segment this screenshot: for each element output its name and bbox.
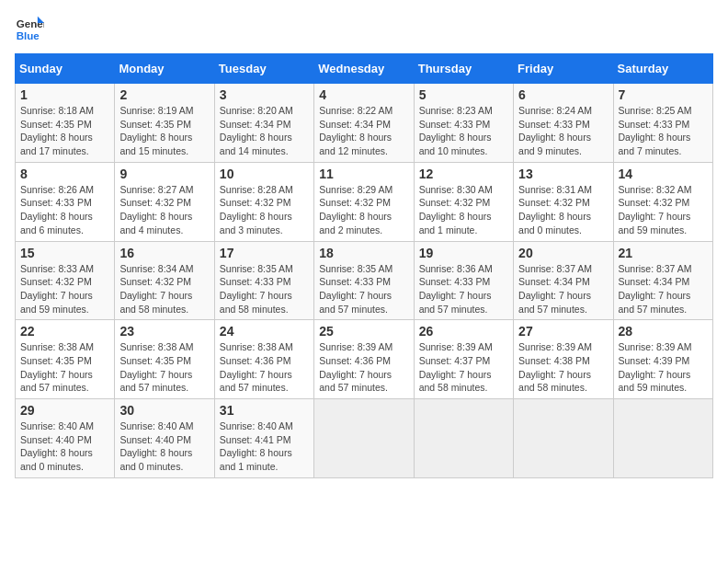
calendar-cell: 2 Sunrise: 8:19 AMSunset: 4:35 PMDayligh… — [115, 84, 214, 163]
calendar-cell: 14 Sunrise: 8:32 AMSunset: 4:32 PMDaylig… — [613, 162, 712, 241]
calendar-cell: 26 Sunrise: 8:39 AMSunset: 4:37 PMDaylig… — [414, 320, 513, 399]
calendar-cell: 18 Sunrise: 8:35 AMSunset: 4:33 PMDaylig… — [314, 241, 414, 320]
day-number: 8 — [20, 167, 109, 181]
calendar-cell: 25 Sunrise: 8:39 AMSunset: 4:36 PMDaylig… — [314, 320, 414, 399]
day-number: 20 — [518, 246, 608, 260]
calendar-cell: 19 Sunrise: 8:36 AMSunset: 4:33 PMDaylig… — [414, 241, 513, 320]
day-number: 22 — [20, 324, 109, 339]
day-number: 26 — [419, 324, 508, 339]
svg-text:Blue: Blue — [17, 30, 40, 41]
day-info: Sunrise: 8:31 AMSunset: 4:32 PMDaylight:… — [518, 183, 608, 237]
day-number: 9 — [119, 167, 209, 181]
calendar-cell: 7 Sunrise: 8:25 AMSunset: 4:33 PMDayligh… — [613, 84, 712, 163]
day-number: 5 — [419, 87, 508, 102]
day-number: 7 — [619, 87, 708, 102]
day-header-friday: Friday — [514, 54, 613, 84]
day-number: 29 — [20, 403, 109, 418]
day-info: Sunrise: 8:20 AMSunset: 4:34 PMDaylight:… — [220, 104, 309, 158]
day-info: Sunrise: 8:38 AMSunset: 4:35 PMDaylight:… — [20, 340, 109, 395]
calendar-cell: 17 Sunrise: 8:35 AMSunset: 4:33 PMDaylig… — [214, 241, 313, 320]
day-info: Sunrise: 8:38 AMSunset: 4:36 PMDaylight:… — [220, 340, 309, 395]
day-info: Sunrise: 8:33 AMSunset: 4:32 PMDaylight:… — [20, 262, 109, 316]
day-number: 28 — [619, 324, 708, 339]
day-info: Sunrise: 8:40 AMSunset: 4:41 PMDaylight:… — [220, 419, 309, 474]
day-info: Sunrise: 8:18 AMSunset: 4:35 PMDaylight:… — [20, 104, 109, 158]
calendar-header: SundayMondayTuesdayWednesdayThursdayFrid… — [16, 54, 713, 84]
day-info: Sunrise: 8:39 AMSunset: 4:39 PMDaylight:… — [619, 340, 708, 395]
day-number: 2 — [119, 87, 209, 102]
calendar-cell — [314, 399, 414, 478]
calendar-table: SundayMondayTuesdayWednesdayThursdayFrid… — [15, 53, 713, 478]
day-header-sunday: Sunday — [16, 54, 115, 84]
day-header-tuesday: Tuesday — [214, 54, 313, 84]
day-number: 21 — [619, 246, 708, 260]
calendar-cell: 22 Sunrise: 8:38 AMSunset: 4:35 PMDaylig… — [16, 320, 115, 399]
calendar-cell: 5 Sunrise: 8:23 AMSunset: 4:33 PMDayligh… — [414, 84, 513, 163]
calendar-week-2: 8 Sunrise: 8:26 AMSunset: 4:33 PMDayligh… — [16, 162, 713, 241]
day-info: Sunrise: 8:30 AMSunset: 4:32 PMDaylight:… — [419, 183, 508, 237]
day-header-wednesday: Wednesday — [314, 54, 414, 84]
day-number: 11 — [319, 167, 408, 181]
day-info: Sunrise: 8:37 AMSunset: 4:34 PMDaylight:… — [518, 262, 608, 316]
day-number: 30 — [119, 403, 209, 418]
day-info: Sunrise: 8:39 AMSunset: 4:37 PMDaylight:… — [419, 340, 508, 395]
day-number: 10 — [220, 167, 309, 181]
day-info: Sunrise: 8:35 AMSunset: 4:33 PMDaylight:… — [319, 262, 408, 316]
calendar-cell: 13 Sunrise: 8:31 AMSunset: 4:32 PMDaylig… — [514, 162, 613, 241]
day-number: 16 — [119, 246, 209, 260]
calendar-cell: 9 Sunrise: 8:27 AMSunset: 4:32 PMDayligh… — [115, 162, 214, 241]
calendar-cell — [514, 399, 613, 478]
calendar-cell: 3 Sunrise: 8:20 AMSunset: 4:34 PMDayligh… — [214, 84, 313, 163]
calendar-week-1: 1 Sunrise: 8:18 AMSunset: 4:35 PMDayligh… — [16, 84, 713, 163]
day-number: 3 — [220, 87, 309, 102]
day-info: Sunrise: 8:38 AMSunset: 4:35 PMDaylight:… — [119, 340, 209, 395]
day-header-saturday: Saturday — [613, 54, 712, 84]
day-number: 1 — [20, 87, 109, 102]
day-header-monday: Monday — [115, 54, 214, 84]
day-info: Sunrise: 8:22 AMSunset: 4:34 PMDaylight:… — [319, 104, 408, 158]
calendar-cell: 10 Sunrise: 8:28 AMSunset: 4:32 PMDaylig… — [214, 162, 313, 241]
calendar-week-3: 15 Sunrise: 8:33 AMSunset: 4:32 PMDaylig… — [16, 241, 713, 320]
calendar-cell — [414, 399, 513, 478]
calendar-cell: 12 Sunrise: 8:30 AMSunset: 4:32 PMDaylig… — [414, 162, 513, 241]
calendar-week-4: 22 Sunrise: 8:38 AMSunset: 4:35 PMDaylig… — [16, 320, 713, 399]
calendar-cell: 29 Sunrise: 8:40 AMSunset: 4:40 PMDaylig… — [16, 399, 115, 478]
day-info: Sunrise: 8:34 AMSunset: 4:32 PMDaylight:… — [119, 262, 209, 316]
day-number: 4 — [319, 87, 408, 102]
calendar-cell: 16 Sunrise: 8:34 AMSunset: 4:32 PMDaylig… — [115, 241, 214, 320]
day-info: Sunrise: 8:24 AMSunset: 4:33 PMDaylight:… — [518, 104, 608, 158]
calendar-cell: 6 Sunrise: 8:24 AMSunset: 4:33 PMDayligh… — [514, 84, 613, 163]
day-number: 23 — [119, 324, 209, 339]
day-info: Sunrise: 8:39 AMSunset: 4:36 PMDaylight:… — [319, 340, 408, 395]
day-info: Sunrise: 8:39 AMSunset: 4:38 PMDaylight:… — [518, 340, 608, 395]
calendar-cell: 30 Sunrise: 8:40 AMSunset: 4:40 PMDaylig… — [115, 399, 214, 478]
day-info: Sunrise: 8:37 AMSunset: 4:34 PMDaylight:… — [619, 262, 708, 316]
calendar-cell: 11 Sunrise: 8:29 AMSunset: 4:32 PMDaylig… — [314, 162, 414, 241]
calendar-cell: 1 Sunrise: 8:18 AMSunset: 4:35 PMDayligh… — [16, 84, 115, 163]
day-info: Sunrise: 8:26 AMSunset: 4:33 PMDaylight:… — [20, 183, 109, 237]
header: General Blue — [15, 15, 713, 44]
day-number: 25 — [319, 324, 408, 339]
day-number: 18 — [319, 246, 408, 260]
day-number: 15 — [20, 246, 109, 260]
day-info: Sunrise: 8:28 AMSunset: 4:32 PMDaylight:… — [220, 183, 309, 237]
day-number: 19 — [419, 246, 508, 260]
day-info: Sunrise: 8:36 AMSunset: 4:33 PMDaylight:… — [419, 262, 508, 316]
calendar-week-5: 29 Sunrise: 8:40 AMSunset: 4:40 PMDaylig… — [16, 399, 713, 478]
day-info: Sunrise: 8:29 AMSunset: 4:32 PMDaylight:… — [319, 183, 408, 237]
day-number: 27 — [518, 324, 608, 339]
day-info: Sunrise: 8:25 AMSunset: 4:33 PMDaylight:… — [619, 104, 708, 158]
day-number: 13 — [518, 167, 608, 181]
calendar-cell: 23 Sunrise: 8:38 AMSunset: 4:35 PMDaylig… — [115, 320, 214, 399]
day-info: Sunrise: 8:19 AMSunset: 4:35 PMDaylight:… — [119, 104, 209, 158]
day-number: 12 — [419, 167, 508, 181]
calendar-cell: 28 Sunrise: 8:39 AMSunset: 4:39 PMDaylig… — [613, 320, 712, 399]
calendar-cell: 31 Sunrise: 8:40 AMSunset: 4:41 PMDaylig… — [214, 399, 313, 478]
day-info: Sunrise: 8:40 AMSunset: 4:40 PMDaylight:… — [20, 419, 109, 474]
calendar-body: 1 Sunrise: 8:18 AMSunset: 4:35 PMDayligh… — [16, 84, 713, 478]
day-info: Sunrise: 8:23 AMSunset: 4:33 PMDaylight:… — [419, 104, 508, 158]
calendar-cell: 4 Sunrise: 8:22 AMSunset: 4:34 PMDayligh… — [314, 84, 414, 163]
logo: General Blue — [15, 15, 44, 44]
day-number: 24 — [220, 324, 309, 339]
calendar-cell: 24 Sunrise: 8:38 AMSunset: 4:36 PMDaylig… — [214, 320, 313, 399]
